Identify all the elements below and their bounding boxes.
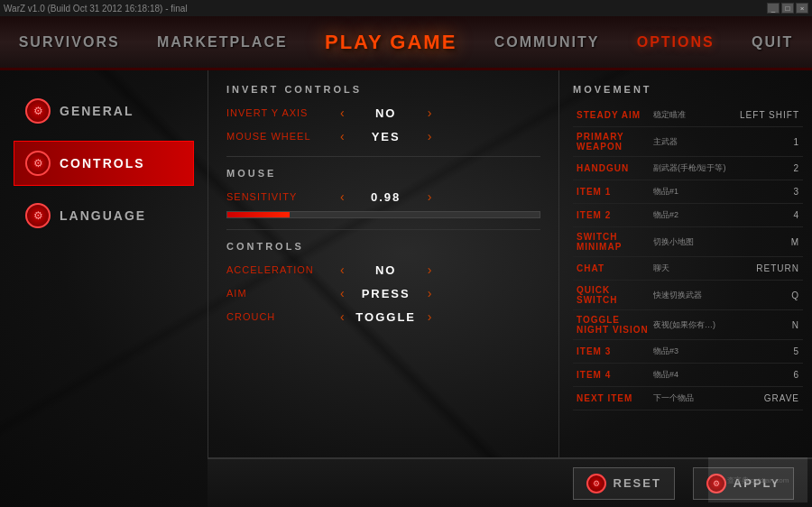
reset-icon (586, 474, 606, 493)
movement-handgun[interactable]: HANDGUN 副武器(手枪/短于等) 2 (573, 157, 803, 180)
night-vision-key: N (745, 320, 799, 330)
acceleration-left[interactable]: ‹ (335, 263, 350, 277)
acceleration-label: ACCELERATION (226, 264, 335, 275)
sensitivity-right[interactable]: › (422, 189, 438, 204)
controls-icon (25, 151, 51, 176)
acceleration-value: NO (350, 263, 422, 277)
aim-row: AIM ‹ PRESS › (226, 284, 540, 302)
steady-aim-desc: 稳定瞄准 (653, 109, 740, 121)
handgun-label: HANDGUN (577, 163, 653, 173)
crouch-row: CROUCH ‹ TOGGLE › (226, 308, 540, 326)
nav-marketplace[interactable]: MARKETPLACE (143, 27, 302, 58)
reset-label: RESET (614, 476, 661, 490)
movement-primary-weapon[interactable]: PRIMARY WEAPON 主武器 1 (573, 127, 803, 157)
invert-y-axis-label: INVERT Y AXIS (226, 107, 335, 118)
close-button[interactable]: × (796, 3, 808, 14)
next-item-desc: 下一个物品 (653, 392, 745, 404)
movement-steady-aim[interactable]: STEADY AIM 稳定瞄准 LEFT SHIFT (573, 104, 803, 127)
movement-next-item[interactable]: NEXT ITEM 下一个物品 GRAVE (573, 387, 803, 410)
switch-minimap-desc: 切换小地图 (653, 236, 745, 248)
next-item-label: NEXT ITEM (577, 393, 653, 403)
crouch-right[interactable]: › (422, 309, 438, 324)
invert-controls-title: INVERT CONTROLS (226, 84, 540, 95)
item1-desc: 物品#1 (653, 186, 745, 198)
movement-item1[interactable]: ITEM 1 物品#1 3 (573, 180, 803, 204)
aim-right[interactable]: › (422, 286, 438, 300)
center-scroll[interactable]: INVERT CONTROLS INVERT Y AXIS ‹ NO › MOU… (226, 84, 540, 444)
night-vision-label: TOGGLE NIGHT VISION (577, 315, 653, 335)
right-panel: MOVEMENT STEADY AIM 稳定瞄准 LEFT SHIFT PRIM… (559, 70, 812, 507)
primary-weapon-key: 1 (745, 137, 799, 147)
movement-switch-minimap[interactable]: SWITCH MINIMAP 切换小地图 M (573, 227, 803, 257)
sidebar-controls-label: CONTROLS (60, 156, 145, 171)
slider-track[interactable] (226, 211, 540, 218)
nav-survivors[interactable]: SURVIVORS (5, 27, 134, 58)
item3-desc: 物品#3 (653, 346, 745, 357)
sidebar-item-general[interactable]: GENERAL (14, 88, 194, 134)
sensitivity-label: SENSITIVITY (226, 191, 335, 202)
item4-key: 6 (745, 370, 799, 380)
game-window: WarZ v1.0 (Build Oct 31 2012 16:18:18) -… (0, 0, 812, 507)
acceleration-right[interactable]: › (422, 263, 438, 277)
nav-options[interactable]: OPTIONS (623, 27, 729, 58)
window-controls: _ □ × (767, 3, 808, 14)
center-panel: INVERT CONTROLS INVERT Y AXIS ‹ NO › MOU… (208, 70, 559, 507)
item3-key: 5 (745, 346, 799, 356)
item4-label: ITEM 4 (577, 370, 653, 380)
handgun-key: 2 (745, 163, 799, 173)
invert-y-axis-row: INVERT Y AXIS ‹ NO › (226, 104, 540, 122)
aim-label: AIM (226, 288, 335, 299)
invert-y-axis-right[interactable]: › (422, 106, 438, 120)
movement-chat[interactable]: CHAT 聊天 RETURN (573, 257, 803, 281)
item1-key: 3 (745, 187, 799, 197)
title-text: WarZ v1.0 (Build Oct 31 2012 16:18:18) -… (4, 4, 767, 14)
sensitivity-slider[interactable] (226, 211, 540, 218)
nav-community[interactable]: COMMUNITY (480, 27, 614, 58)
main-content: GENERAL CONTROLS LANGUAGE INVERT CONTROL… (0, 70, 812, 507)
mouse-wheel-right[interactable]: › (422, 129, 438, 143)
invert-y-axis-left[interactable]: ‹ (335, 106, 350, 120)
crouch-label: CROUCH (226, 311, 335, 322)
primary-weapon-desc: 主武器 (653, 136, 745, 148)
sidebar-language-label: LANGUAGE (60, 208, 146, 223)
maximize-button[interactable]: □ (781, 3, 794, 14)
sidebar: GENERAL CONTROLS LANGUAGE (0, 70, 208, 507)
chat-key: RETURN (745, 263, 799, 273)
watermark-text: 查字典 qzidian.com (727, 475, 789, 485)
crouch-left[interactable]: ‹ (335, 309, 350, 324)
handgun-desc: 副武器(手枪/短于等) (653, 162, 745, 174)
steady-aim-key: LEFT SHIFT (740, 110, 799, 120)
chat-label: CHAT (577, 263, 653, 273)
sensitivity-value: 0.98 (350, 190, 422, 204)
nav-quit[interactable]: QUIT (737, 27, 807, 58)
mouse-wheel-left[interactable]: ‹ (335, 129, 350, 143)
switch-minimap-key: M (745, 237, 799, 247)
movement-item2[interactable]: ITEM 2 物品#2 4 (573, 204, 803, 227)
divider-1 (226, 156, 540, 157)
movement-item3[interactable]: ITEM 3 物品#3 5 (573, 340, 803, 364)
item1-label: ITEM 1 (577, 187, 653, 197)
movement-item4[interactable]: ITEM 4 物品#4 6 (573, 364, 803, 387)
invert-y-axis-value: NO (350, 106, 422, 120)
minimize-button[interactable]: _ (767, 3, 780, 14)
quick-switch-desc: 快速切换武器 (653, 290, 745, 301)
top-navigation: SURVIVORS MARKETPLACE PLAY GAME COMMUNIT… (0, 16, 812, 70)
sidebar-general-label: GENERAL (60, 104, 134, 118)
primary-weapon-label: PRIMARY WEAPON (577, 132, 653, 152)
aim-left[interactable]: ‹ (335, 286, 350, 300)
aim-value: PRESS (350, 287, 422, 300)
item2-key: 4 (745, 210, 799, 220)
quick-switch-key: Q (745, 290, 799, 300)
sidebar-item-controls[interactable]: CONTROLS (14, 141, 194, 186)
controls-section-title: CONTROLS (226, 241, 540, 252)
next-item-key: GRAVE (745, 393, 799, 403)
sidebar-item-language[interactable]: LANGUAGE (14, 193, 194, 238)
mouse-title: MOUSE (226, 168, 540, 179)
nav-play-game[interactable]: PLAY GAME (310, 23, 471, 61)
movement-night-vision[interactable]: TOGGLE NIGHT VISION 夜视(如果你有…) N (573, 310, 803, 340)
mouse-wheel-label: MOUSE WHEEL (226, 131, 335, 142)
movement-quick-switch[interactable]: QUICK SWITCH 快速切换武器 Q (573, 281, 803, 310)
sensitivity-left[interactable]: ‹ (335, 189, 350, 204)
acceleration-row: ACCELERATION ‹ NO › (226, 261, 540, 279)
reset-button[interactable]: RESET (573, 467, 675, 500)
